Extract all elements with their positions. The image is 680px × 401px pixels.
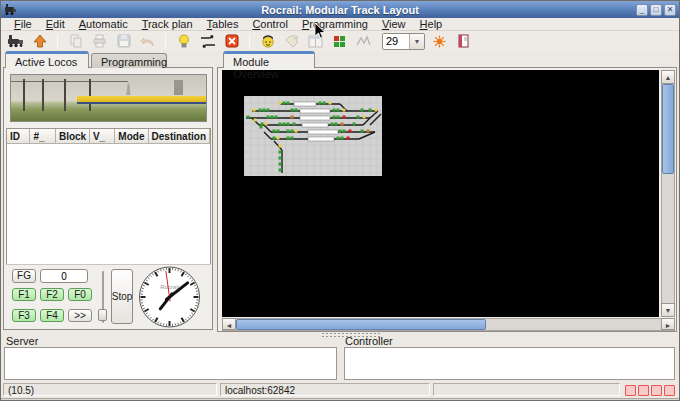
undo-icon[interactable] bbox=[138, 32, 157, 50]
zoom-combo[interactable]: ▼ bbox=[382, 33, 425, 50]
vertical-scrollbar[interactable]: ▲ ▼ bbox=[661, 70, 675, 317]
menu-view[interactable]: View bbox=[375, 18, 413, 31]
menu-tables[interactable]: Tables bbox=[200, 18, 246, 31]
zoom-value-input[interactable] bbox=[383, 34, 409, 48]
f1-button[interactable]: F1 bbox=[12, 288, 36, 301]
col-number[interactable]: #_ bbox=[30, 129, 55, 144]
chevron-down-icon[interactable]: ▼ bbox=[409, 34, 424, 49]
speed-field[interactable] bbox=[40, 269, 88, 283]
open-workspace-icon[interactable] bbox=[30, 32, 49, 50]
status-bar: (10.5) localhost:62842 bbox=[1, 382, 679, 398]
menu-edit[interactable]: Edit bbox=[39, 18, 72, 31]
speed-slider[interactable] bbox=[100, 271, 105, 323]
menu-automatic[interactable]: Automatic bbox=[72, 18, 135, 31]
title-bar[interactable]: Rocrail: Modular Track Layout _ □ ✕ bbox=[1, 1, 679, 18]
f2-button[interactable]: F2 bbox=[40, 288, 64, 301]
vscroll-thumb[interactable] bbox=[662, 84, 674, 174]
module-overview-panel: ▲ ▼ ◄ ► bbox=[217, 67, 677, 332]
menu-control[interactable]: Control bbox=[245, 18, 294, 31]
vertical-splitter[interactable] bbox=[213, 67, 217, 332]
col-speed[interactable]: V_ bbox=[90, 129, 115, 144]
tab-module-overview[interactable]: Module Overview bbox=[223, 51, 315, 68]
scroll-down-icon[interactable]: ▼ bbox=[661, 303, 675, 317]
copy-icon[interactable] bbox=[66, 32, 85, 50]
toolbar-separator bbox=[249, 34, 250, 49]
emergency-break-icon[interactable] bbox=[222, 32, 241, 50]
controller-log[interactable] bbox=[344, 347, 675, 380]
window-title: Rocrail: Modular Track Layout bbox=[1, 4, 679, 16]
f4-button[interactable]: F4 bbox=[40, 309, 64, 322]
svg-text:Rocrail: Rocrail bbox=[160, 284, 179, 290]
status-host: localhost:62842 bbox=[220, 383, 430, 396]
controller-label: Controller bbox=[345, 335, 393, 347]
operator-cab-icon[interactable] bbox=[258, 32, 277, 50]
toolbar-separator bbox=[57, 34, 58, 49]
sensor-indicator bbox=[625, 385, 636, 396]
loco-icon[interactable] bbox=[6, 32, 25, 50]
modules-icon[interactable] bbox=[330, 32, 349, 50]
power-on-icon[interactable] bbox=[174, 32, 193, 50]
horizontal-scrollbar[interactable]: ◄ ► bbox=[222, 318, 675, 331]
maximize-button[interactable]: □ bbox=[650, 4, 662, 16]
sensor-indicator bbox=[651, 385, 662, 396]
more-functions-button[interactable]: >> bbox=[68, 309, 92, 322]
menu-file[interactable]: File bbox=[7, 18, 39, 31]
throttle-controls: FG F1 F2 F0 F3 F4 >> Stop Rocrail bbox=[6, 264, 211, 329]
train-image bbox=[77, 96, 206, 103]
tab-module-overview-label: Module Overview bbox=[233, 56, 279, 80]
scroll-up-icon[interactable]: ▲ bbox=[661, 70, 675, 84]
active-locos-panel: ID #_ Block V_ Mode Destination FG F1 F2… bbox=[3, 67, 213, 330]
sensor-indicator bbox=[638, 385, 649, 396]
minimize-button[interactable]: _ bbox=[636, 4, 648, 16]
tab-programming[interactable]: Programming bbox=[91, 53, 167, 68]
col-destination[interactable]: Destination bbox=[149, 129, 210, 144]
slider-thumb[interactable] bbox=[98, 309, 107, 321]
track-layout-canvas[interactable] bbox=[222, 70, 659, 317]
status-indicators bbox=[623, 383, 677, 397]
close-button[interactable]: ✕ bbox=[664, 4, 676, 16]
f0-button[interactable]: F0 bbox=[68, 288, 92, 301]
auto-mode-icon[interactable] bbox=[198, 32, 217, 50]
analog-clock: Rocrail bbox=[136, 265, 203, 329]
tag-icon[interactable] bbox=[282, 32, 301, 50]
col-block[interactable]: Block bbox=[56, 129, 90, 144]
scroll-left-icon[interactable]: ◄ bbox=[222, 318, 236, 330]
save-icon[interactable] bbox=[114, 32, 133, 50]
scroll-right-icon[interactable]: ► bbox=[661, 318, 675, 330]
toolbar-separator bbox=[165, 34, 166, 49]
server-log[interactable] bbox=[4, 347, 337, 380]
trackplan-image[interactable] bbox=[244, 96, 382, 176]
menu-track-plan[interactable]: Track plan bbox=[135, 18, 200, 31]
menu-bar: File Edit Automatic Track plan Tables Co… bbox=[1, 18, 679, 31]
rocrail-window: Rocrail: Modular Track Layout _ □ ✕ File… bbox=[0, 0, 680, 401]
f3-button[interactable]: F3 bbox=[12, 309, 36, 322]
app-loco-icon bbox=[4, 3, 17, 16]
status-version: (10.5) bbox=[3, 383, 217, 396]
col-mode[interactable]: Mode bbox=[115, 129, 148, 144]
sensor-indicator bbox=[664, 385, 675, 396]
col-id[interactable]: ID bbox=[7, 129, 30, 144]
tab-programming-label: Programming bbox=[101, 56, 167, 68]
print-icon[interactable] bbox=[90, 32, 109, 50]
status-message bbox=[433, 383, 620, 396]
menu-programming[interactable]: Programming bbox=[295, 18, 375, 31]
server-label: Server bbox=[6, 335, 38, 347]
init-field-icon[interactable] bbox=[430, 32, 449, 50]
loco-photo bbox=[10, 74, 207, 122]
loco-table-header: ID #_ Block V_ Mode Destination bbox=[7, 129, 210, 144]
stop-button[interactable]: Stop bbox=[111, 269, 133, 324]
mouse-cursor bbox=[314, 22, 326, 40]
analyser-icon[interactable] bbox=[354, 32, 373, 50]
tab-active-locos[interactable]: Active Locos bbox=[5, 51, 89, 68]
fg-button[interactable]: FG bbox=[12, 269, 36, 283]
menu-help[interactable]: Help bbox=[413, 18, 450, 31]
toolbar: ▼ bbox=[1, 31, 679, 51]
tab-active-locos-label: Active Locos bbox=[15, 56, 77, 68]
book-icon[interactable] bbox=[454, 32, 473, 50]
hscroll-thumb[interactable] bbox=[236, 319, 486, 330]
